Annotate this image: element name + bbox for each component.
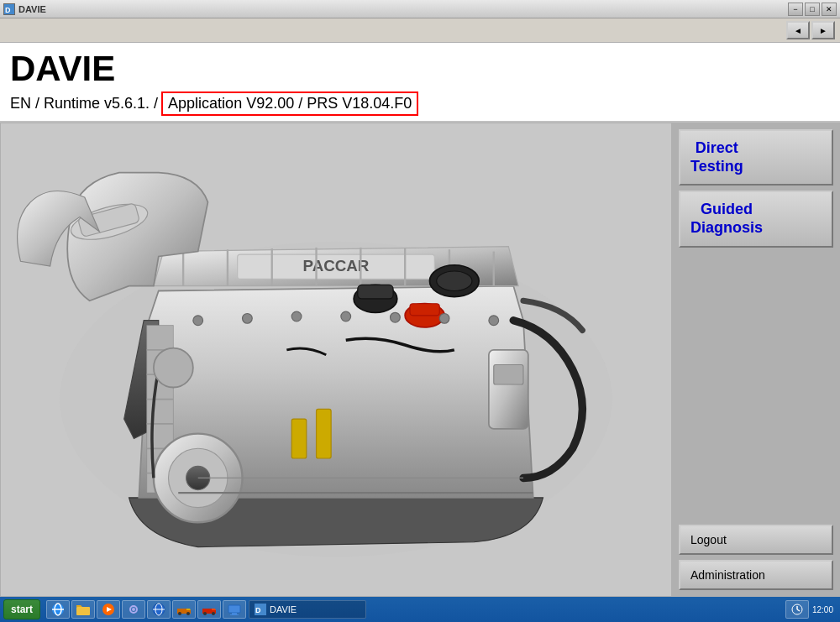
svg-text:D: D bbox=[5, 6, 11, 14]
maximize-button[interactable]: □ bbox=[805, 3, 820, 16]
window-controls: − □ ✕ bbox=[788, 3, 837, 16]
taskbar-truck-icon[interactable] bbox=[172, 600, 196, 619]
main-window: ◄ ► DAVIE EN / Runtime v5.6.1. / Applica… bbox=[0, 18, 840, 622]
svg-point-59 bbox=[203, 612, 207, 615]
app-title: DAVIE bbox=[10, 50, 830, 88]
svg-point-60 bbox=[212, 612, 215, 615]
close-button[interactable]: ✕ bbox=[822, 3, 837, 16]
content-area: PACCAR bbox=[0, 123, 840, 597]
svg-point-57 bbox=[186, 612, 190, 615]
svg-point-38 bbox=[341, 311, 351, 321]
svg-point-34 bbox=[437, 271, 472, 290]
title-bar: D DAVIE − □ ✕ bbox=[0, 0, 840, 18]
engine-image: PACCAR bbox=[1, 123, 671, 596]
sidebar: Direct Testing Guided Diagnosis Logout A… bbox=[672, 123, 840, 597]
taskbar-folder-icon[interactable] bbox=[71, 600, 95, 619]
app-icon: D bbox=[3, 3, 15, 15]
svg-point-40 bbox=[439, 314, 449, 324]
version-box: Application V92.00 / PRS V18.04.F0 bbox=[161, 91, 418, 116]
guided-diagnosis-button[interactable]: Guided Diagnosis bbox=[679, 191, 833, 247]
taskbar-ie-icon[interactable] bbox=[46, 600, 70, 619]
svg-point-35 bbox=[193, 316, 203, 326]
sidebar-spacer bbox=[679, 253, 833, 520]
svg-point-37 bbox=[291, 311, 302, 321]
svg-rect-63 bbox=[230, 614, 239, 615]
svg-point-24 bbox=[154, 348, 193, 388]
svg-point-56 bbox=[178, 612, 181, 615]
svg-point-39 bbox=[391, 313, 401, 323]
svg-rect-26 bbox=[410, 304, 439, 316]
taskbar-red-truck-icon[interactable] bbox=[197, 600, 221, 619]
svg-rect-30 bbox=[317, 410, 332, 459]
administration-button[interactable]: Administration bbox=[679, 560, 833, 590]
version-prefix: EN / Runtime v5.6.1. / bbox=[10, 95, 158, 112]
header: DAVIE EN / Runtime v5.6.1. / Application… bbox=[0, 43, 840, 123]
systray-clock bbox=[785, 600, 809, 619]
svg-rect-28 bbox=[358, 285, 393, 299]
svg-text:PACCAR: PACCAR bbox=[303, 257, 370, 274]
taskbar-settings-icon[interactable] bbox=[122, 600, 145, 619]
back-button[interactable]: ◄ bbox=[786, 21, 810, 39]
taskbar-media-icon[interactable] bbox=[97, 600, 120, 619]
svg-point-51 bbox=[132, 608, 135, 611]
taskbar: start bbox=[0, 597, 840, 622]
version-line: EN / Runtime v5.6.1. / Application V92.0… bbox=[10, 91, 830, 116]
svg-rect-61 bbox=[228, 605, 240, 613]
direct-testing-button[interactable]: Direct Testing bbox=[679, 129, 833, 186]
svg-rect-29 bbox=[291, 419, 307, 458]
start-button[interactable]: start bbox=[3, 599, 40, 619]
taskbar-active-window[interactable]: D DAVIE bbox=[249, 600, 366, 619]
window-title: DAVIE bbox=[18, 4, 46, 14]
taskbar-network-icon[interactable] bbox=[223, 600, 246, 619]
minimize-button[interactable]: − bbox=[788, 3, 803, 16]
svg-rect-47 bbox=[76, 607, 90, 615]
svg-rect-31 bbox=[489, 350, 528, 429]
forward-button[interactable]: ► bbox=[811, 21, 835, 39]
svg-rect-62 bbox=[232, 613, 237, 614]
logout-button[interactable]: Logout bbox=[679, 525, 833, 555]
systray: 12:00 bbox=[785, 600, 837, 619]
engine-panel: PACCAR bbox=[0, 123, 672, 597]
svg-rect-32 bbox=[494, 365, 523, 384]
svg-line-68 bbox=[797, 609, 800, 611]
svg-text:D: D bbox=[255, 606, 261, 614]
svg-point-36 bbox=[243, 314, 253, 324]
svg-point-41 bbox=[489, 316, 499, 326]
systray-time: 12:00 bbox=[812, 605, 833, 614]
taskbar-icons bbox=[46, 600, 246, 619]
taskbar-globe-icon[interactable] bbox=[147, 600, 171, 619]
